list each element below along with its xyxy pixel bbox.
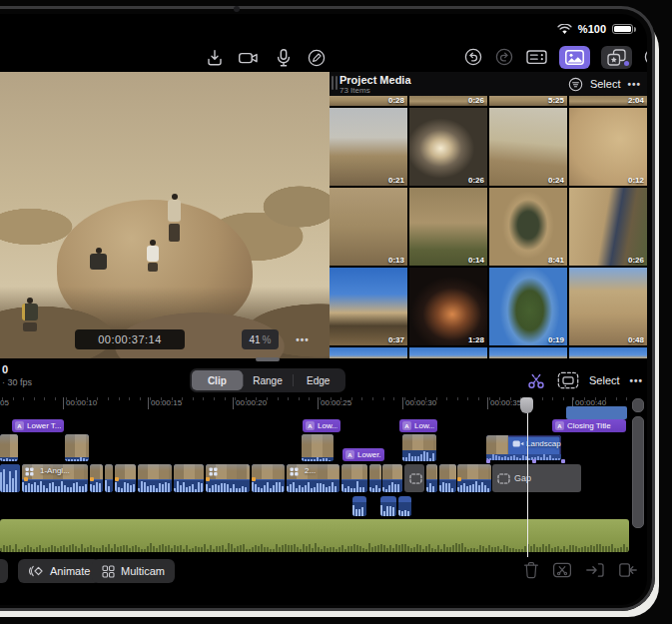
- insert-button[interactable]: [585, 561, 605, 579]
- viewer-pane[interactable]: [0, 72, 330, 358]
- connected-audio-clip[interactable]: [380, 496, 396, 516]
- media-thumbnail[interactable]: 0:13: [330, 188, 407, 266]
- title-clip[interactable]: ALow...: [303, 419, 340, 432]
- storyline-clip-label: 2...: [305, 466, 316, 475]
- camera-button[interactable]: [238, 48, 261, 68]
- connected-clip[interactable]: [0, 434, 18, 461]
- storyline-clip[interactable]: [341, 464, 367, 492]
- storyline-clip[interactable]: [252, 464, 285, 492]
- effects-button[interactable]: [601, 46, 632, 69]
- zoom-value: 41: [249, 334, 260, 345]
- mode-tab-clip[interactable]: Clip: [192, 370, 243, 390]
- multicam-icon: [102, 565, 115, 578]
- storyline-clip[interactable]: [382, 464, 402, 492]
- connected-clip-landscape[interactable]: Landscap...: [486, 435, 561, 460]
- timeline-clip-blue[interactable]: [566, 406, 627, 419]
- media-thumbnail[interactable]: 0:28: [330, 95, 407, 106]
- animate-button[interactable]: Animate: [18, 559, 100, 583]
- panel-grip[interactable]: [332, 76, 337, 90]
- storyline-clip[interactable]: 1-Angl...: [22, 464, 88, 492]
- multicam-button[interactable]: Multicam: [92, 559, 175, 583]
- redo-button[interactable]: [494, 47, 514, 67]
- media-thumbnail[interactable]: [489, 347, 567, 358]
- pencil-button[interactable]: [307, 48, 327, 68]
- title-badge: A: [15, 421, 24, 430]
- media-panel-header: Project Media 73 Items Select •••: [330, 72, 647, 96]
- mode-tab-edge[interactable]: Edge: [293, 370, 343, 390]
- connected-audio-clip[interactable]: [398, 496, 411, 516]
- timeline-more-button[interactable]: •••: [630, 375, 644, 386]
- camera-small-icon: [512, 439, 524, 448]
- media-thumbnail[interactable]: 0:12: [569, 108, 647, 186]
- pane-resize-handle[interactable]: [256, 357, 280, 361]
- timeline-select-button[interactable]: Select: [589, 374, 620, 386]
- media-browser-button[interactable]: [559, 46, 590, 69]
- media-thumbnail[interactable]: 2:04: [569, 95, 647, 106]
- zoom-level-badge[interactable]: 41 %: [242, 329, 279, 349]
- viewer-more-button[interactable]: •••: [290, 329, 316, 349]
- media-thumbnail[interactable]: 0:19: [489, 268, 567, 345]
- storyline-clip-label: 1-Angl...: [40, 466, 70, 475]
- playhead[interactable]: [527, 397, 529, 557]
- more-button[interactable]: [643, 47, 647, 67]
- title-clip[interactable]: ALow...: [399, 419, 437, 432]
- media-thumbnail[interactable]: 0:14: [409, 188, 487, 266]
- storyline-clip[interactable]: [206, 464, 250, 492]
- storyline-clip[interactable]: [439, 464, 456, 492]
- media-thumbnail[interactable]: [409, 347, 487, 358]
- media-thumbnail[interactable]: 0:26: [409, 108, 487, 186]
- music-audio-clip[interactable]: [0, 519, 629, 552]
- storyline-clip[interactable]: [105, 464, 113, 492]
- playhead-handle[interactable]: [520, 397, 533, 413]
- media-thumbnail[interactable]: [569, 347, 647, 358]
- media-thumbnail[interactable]: [330, 347, 407, 358]
- storyline-clip[interactable]: 2...: [287, 464, 339, 492]
- timeline-overview-button[interactable]: [557, 371, 579, 389]
- inspector-button[interactable]: [525, 47, 548, 67]
- battery-icon: [612, 24, 633, 34]
- storyline-clip[interactable]: [426, 464, 437, 492]
- import-button[interactable]: [205, 48, 225, 68]
- append-button[interactable]: [618, 561, 638, 579]
- edit-mode-segmented-control: ClipRangeEdge: [190, 368, 345, 392]
- storyline-clip[interactable]: [457, 464, 491, 492]
- thumbnail-duration: 2:04: [628, 96, 644, 105]
- gap-clip[interactable]: Gap: [492, 464, 581, 492]
- undo-button[interactable]: [463, 47, 483, 67]
- partial-button[interactable]: [0, 559, 8, 583]
- media-thumbnail[interactable]: 5:25: [489, 95, 567, 106]
- wifi-icon: [557, 24, 572, 35]
- media-thumbnail[interactable]: 0:37: [330, 268, 407, 345]
- media-thumbnail[interactable]: 1:28: [409, 268, 487, 345]
- media-thumbnail[interactable]: 8:41: [489, 188, 567, 266]
- media-thumbnail[interactable]: 0:21: [330, 108, 407, 186]
- mode-tab-range[interactable]: Range: [243, 370, 294, 390]
- title-clip[interactable]: AClosing Title: [552, 419, 626, 432]
- connected-clip[interactable]: [65, 434, 89, 461]
- gap-clip[interactable]: G: [404, 464, 424, 492]
- title-clip[interactable]: ALower...: [342, 448, 384, 461]
- media-select-button[interactable]: Select: [590, 78, 621, 90]
- connected-audio-clip[interactable]: [352, 496, 366, 516]
- split-button[interactable]: [552, 561, 572, 579]
- media-thumbnail[interactable]: 0:24: [489, 108, 567, 186]
- media-thumbnail[interactable]: 0:26: [569, 188, 647, 266]
- timecode-display[interactable]: 00:00:37:14: [75, 329, 185, 349]
- storyline-clip[interactable]: [174, 464, 204, 492]
- microphone-button[interactable]: [274, 48, 294, 68]
- storyline-clip[interactable]: [138, 464, 172, 492]
- filter-icon[interactable]: [568, 77, 583, 92]
- project-media-panel: Project Media 73 Items Select ••• 0:280:…: [330, 72, 647, 358]
- media-thumbnail[interactable]: 0:48: [569, 268, 647, 345]
- media-thumbnail[interactable]: 0:26: [409, 95, 487, 106]
- timeline-scrollbar-top[interactable]: [632, 398, 644, 412]
- trash-button[interactable]: [523, 561, 539, 579]
- blade-tool-button[interactable]: [525, 371, 547, 389]
- connected-clip[interactable]: [402, 434, 436, 461]
- timeline-scrollbar[interactable]: [632, 416, 644, 528]
- connected-clip[interactable]: [302, 434, 334, 461]
- storyline-clip[interactable]: [0, 464, 20, 492]
- media-more-button[interactable]: •••: [627, 79, 641, 90]
- title-clip[interactable]: ALower T...: [12, 419, 64, 432]
- storyline-clip[interactable]: [369, 464, 381, 492]
